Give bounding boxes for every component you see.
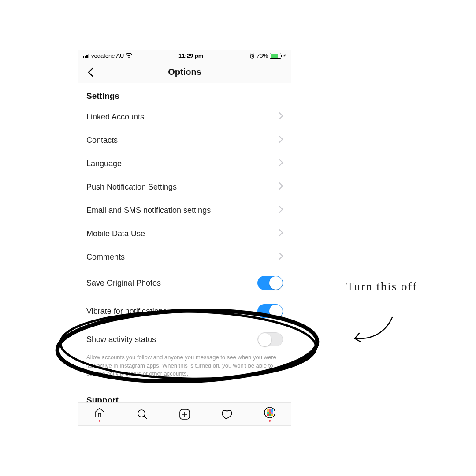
- tab-activity[interactable]: [221, 408, 233, 420]
- row-label: Vibrate for notifications: [86, 307, 257, 316]
- plus-square-icon: [178, 408, 191, 420]
- svg-rect-12: [271, 414, 273, 416]
- svg-rect-7: [267, 412, 269, 414]
- svg-rect-8: [269, 412, 271, 414]
- row-label: Contacts: [86, 136, 279, 145]
- row-linked-accounts[interactable]: Linked Accounts: [78, 105, 291, 129]
- row-label: Comments: [86, 253, 279, 262]
- status-time: 11:29 pm: [178, 52, 203, 59]
- toggle-activity-status[interactable]: [257, 332, 283, 346]
- svg-rect-6: [271, 409, 273, 412]
- svg-rect-11: [269, 414, 271, 416]
- profile-avatar-icon: [264, 406, 276, 419]
- chevron-right-icon: [279, 206, 283, 215]
- row-label: Mobile Data Use: [86, 229, 279, 238]
- annotation-text: Turn this off: [346, 280, 417, 294]
- content-scroll[interactable]: Settings Linked Accounts Contacts Langua…: [78, 83, 291, 402]
- section-header-settings: Settings: [78, 83, 291, 105]
- svg-rect-5: [269, 409, 271, 412]
- chevron-right-icon: [279, 182, 283, 192]
- toggle-vibrate[interactable]: [257, 304, 283, 318]
- row-email-sms[interactable]: Email and SMS notification settings: [78, 199, 291, 222]
- row-mobile-data[interactable]: Mobile Data Use: [78, 222, 291, 245]
- charging-icon: ⚡︎: [283, 53, 286, 59]
- phone-frame: vodafone AU 11:29 pm 73% ⚡︎ Options Sett…: [78, 50, 291, 426]
- row-label: Email and SMS notification settings: [86, 206, 279, 215]
- activity-status-description: Allow accounts you follow and anyone you…: [78, 353, 291, 387]
- chevron-right-icon: [279, 159, 283, 168]
- back-button[interactable]: [82, 61, 100, 83]
- svg-rect-10: [267, 414, 269, 416]
- battery-icon: [270, 53, 281, 59]
- search-icon: [136, 408, 149, 420]
- tab-search[interactable]: [136, 408, 149, 420]
- row-comments[interactable]: Comments: [78, 245, 291, 269]
- page-title: Options: [168, 67, 201, 77]
- notification-dot: [99, 420, 100, 422]
- row-contacts[interactable]: Contacts: [78, 129, 291, 152]
- tab-home[interactable]: [93, 406, 106, 422]
- status-left: vodafone AU: [83, 52, 132, 59]
- row-vibrate: Vibrate for notifications: [78, 297, 291, 325]
- row-activity-status: Show activity status: [78, 325, 291, 353]
- tab-profile[interactable]: [264, 406, 276, 422]
- alarm-icon: [249, 53, 255, 59]
- row-push-notifications[interactable]: Push Notification Settings: [78, 175, 291, 199]
- chevron-right-icon: [279, 253, 283, 262]
- row-label: Linked Accounts: [86, 112, 279, 122]
- chevron-right-icon: [279, 229, 283, 238]
- row-label: Show activity status: [86, 335, 257, 344]
- annotation-arrow-icon: [348, 313, 397, 353]
- carrier-label: vodafone AU: [91, 52, 124, 59]
- home-icon: [93, 406, 106, 419]
- wifi-icon: [126, 53, 132, 58]
- battery-pct: 73%: [257, 52, 268, 59]
- section-header-support: Support: [78, 387, 291, 402]
- status-right: 73% ⚡︎: [249, 52, 286, 59]
- row-label: Push Notification Settings: [86, 182, 279, 192]
- svg-rect-9: [271, 412, 273, 414]
- row-label: Language: [86, 159, 279, 168]
- chevron-right-icon: [279, 136, 283, 145]
- tab-new-post[interactable]: [178, 408, 191, 420]
- signal-icon: [83, 54, 89, 58]
- tab-bar: [78, 402, 291, 425]
- status-bar: vodafone AU 11:29 pm 73% ⚡︎: [78, 50, 291, 61]
- row-save-photos: Save Original Photos: [78, 269, 291, 297]
- toggle-save-photos[interactable]: [257, 276, 283, 290]
- nav-header: Options: [78, 61, 291, 83]
- svg-rect-4: [267, 409, 269, 412]
- row-label: Save Original Photos: [86, 279, 257, 288]
- chevron-right-icon: [279, 112, 283, 122]
- row-language[interactable]: Language: [78, 152, 291, 175]
- heart-icon: [221, 408, 233, 420]
- notification-dot: [269, 420, 271, 422]
